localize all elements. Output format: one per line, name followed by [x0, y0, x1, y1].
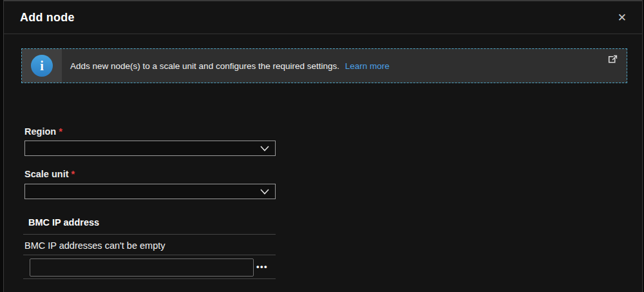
external-link-icon: [608, 54, 618, 64]
divider: [23, 278, 276, 279]
info-banner-icon-cell: i: [22, 49, 62, 83]
region-label: Region*: [24, 126, 62, 137]
add-node-dialog: Add node ✕ i Adds new node(s) to a scale…: [3, 0, 643, 292]
learn-more-link[interactable]: Learn more: [345, 61, 390, 71]
info-banner: i Adds new node(s) to a scale unit and c…: [21, 48, 627, 83]
divider: [23, 234, 276, 235]
region-dropdown[interactable]: [24, 141, 276, 156]
popout-button[interactable]: [608, 54, 618, 64]
scale-unit-dropdown[interactable]: [24, 184, 276, 199]
scale-unit-required-marker: *: [71, 169, 75, 179]
region-label-text: Region: [24, 126, 56, 137]
scale-unit-label-text: Scale unit: [24, 169, 69, 179]
info-banner-message: Adds new node(s) to a scale unit and con…: [70, 61, 339, 71]
bmc-section-title: BMC IP address: [28, 217, 99, 228]
close-button[interactable]: ✕: [614, 10, 630, 26]
screen: Add node ✕ i Adds new node(s) to a scale…: [0, 0, 644, 292]
dialog-title: Add node: [20, 11, 75, 24]
bmc-ip-input[interactable]: [30, 258, 254, 277]
info-icon: i: [31, 55, 53, 77]
chevron-down-icon: [260, 146, 269, 151]
more-options-button[interactable]: •••: [254, 259, 270, 274]
scale-unit-label: Scale unit*: [24, 169, 75, 179]
dialog-header: Add node ✕: [4, 1, 642, 34]
ellipsis-icon: •••: [256, 262, 268, 271]
bmc-validation-message: BMC IP addresses can't be empty: [24, 240, 166, 251]
info-banner-text: Adds new node(s) to a scale unit and con…: [62, 49, 627, 83]
chevron-down-icon: [260, 189, 269, 195]
close-icon: ✕: [618, 12, 627, 24]
region-required-marker: *: [59, 126, 62, 137]
divider: [23, 255, 276, 255]
